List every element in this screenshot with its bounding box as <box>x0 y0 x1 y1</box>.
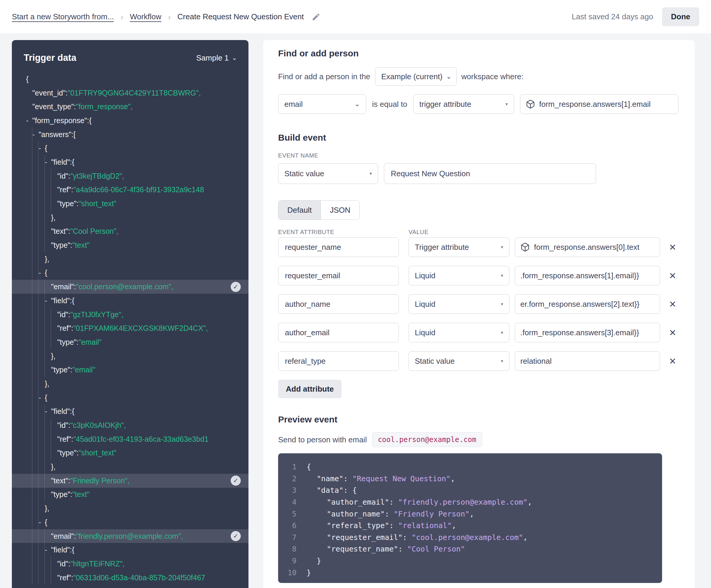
json-key: "type": <box>51 241 72 250</box>
trigger-json-line[interactable]: "email": "cool.person@example.com",✓ <box>12 280 249 294</box>
indent-guide <box>26 238 32 252</box>
json-punctuation: }, <box>45 379 49 388</box>
event-name-label: EVENT NAME <box>278 152 319 159</box>
tree-dash: - <box>45 546 51 554</box>
trigger-data-panel: Trigger data Sample 1 ⌄ {"event_id": "01… <box>12 40 249 588</box>
remove-attribute-button[interactable]: ✕ <box>667 326 679 339</box>
remove-attribute-button[interactable]: ✕ <box>667 355 679 368</box>
remove-attribute-button[interactable]: ✕ <box>667 298 679 311</box>
trigger-json-line[interactable]: "text": "Frinedly Person",✓ <box>12 474 249 488</box>
indent-guide <box>39 432 45 446</box>
attribute-value-type-select[interactable]: Trigger attribute▾ <box>409 237 510 257</box>
code-key: "name": <box>317 475 352 483</box>
indent-guide <box>26 252 32 266</box>
indent-spacer <box>51 197 57 211</box>
attribute-value-input[interactable]: relational <box>515 351 660 371</box>
json-key: "id": <box>57 421 70 429</box>
sample-selector[interactable]: Sample 1 ⌄ <box>196 54 237 63</box>
attribute-value-input[interactable]: .form_response.answers[1].email}} <box>515 266 660 286</box>
code-line: 7"requester_email": "cool.person@example… <box>278 532 662 544</box>
find-person-intro-suffix: workspace where: <box>461 72 524 81</box>
indent-spacer <box>45 529 51 543</box>
indent-guide <box>39 557 45 571</box>
json-value: "form_response", <box>76 102 132 111</box>
indent-guide <box>26 183 32 197</box>
build-event-heading: Build event <box>278 133 326 143</box>
json-key: "ref": <box>57 185 73 194</box>
code-key: "author_email": <box>327 498 398 506</box>
select-arrow-icon: ▾ <box>505 102 508 107</box>
attribute-value-type-select[interactable]: Liquid▾ <box>409 294 510 314</box>
indent-guide <box>39 155 45 169</box>
event-attribute-name-input[interactable]: referal_type <box>278 351 399 371</box>
attribute-value-type-select[interactable]: Static value▾ <box>409 351 510 371</box>
attribute-value-type-value: Liquid <box>415 271 435 280</box>
done-button[interactable]: Done <box>662 7 699 26</box>
trigger-json-line[interactable]: "email": "friendly.person@example.com",✓ <box>12 529 249 543</box>
json-value: "Cool Person", <box>70 227 118 235</box>
code-line-content: { <box>297 463 311 471</box>
attribute-value-input[interactable]: form_response.answers[0].text <box>515 237 660 257</box>
json-value: "short_text" <box>79 448 116 457</box>
breadcrumb-current-page: Create Request New Question Event <box>177 12 304 21</box>
indent-guide <box>26 571 32 585</box>
tab-default[interactable]: Default <box>278 201 321 219</box>
code-value: "Request New Question" <box>352 475 450 483</box>
event-name-type-select[interactable]: Static value ▾ <box>278 163 378 184</box>
event-attribute-name-input[interactable]: author_name <box>278 294 399 314</box>
attribute-value-type-select[interactable]: Liquid▾ <box>409 323 510 342</box>
json-value: "email" <box>79 338 102 346</box>
tree-dash: - <box>39 144 45 152</box>
code-punctuation: , <box>527 498 532 506</box>
code-line-number: 6 <box>278 521 297 530</box>
json-key: "type": <box>57 448 79 457</box>
trigger-json-line: }, <box>12 211 249 225</box>
find-person-intro-prefix: Find or add a person in the <box>278 72 370 81</box>
indent-guide <box>26 377 32 391</box>
select-arrow-icon: ▾ <box>501 245 503 250</box>
trigger-json-line: "type": "email" <box>12 363 249 377</box>
value-column-label: VALUE <box>409 229 428 235</box>
main-content: Trigger data Sample 1 ⌄ {"event_id": "01… <box>0 34 711 588</box>
indent-spacer <box>51 418 57 432</box>
trigger-json-line: -"form_response": { <box>12 113 249 128</box>
remove-attribute-button[interactable]: ✕ <box>667 241 679 254</box>
check-icon: ✓ <box>231 282 241 292</box>
person-attribute-select[interactable]: email ⌄ <box>278 94 366 114</box>
cube-icon <box>520 243 530 252</box>
indent-spacer <box>45 349 51 363</box>
attribute-value-input[interactable]: er.form_response.answers[2].text}} <box>515 294 660 314</box>
indent-guide <box>39 418 45 432</box>
edit-pencil-icon[interactable] <box>311 13 321 21</box>
event-name-input[interactable]: Request New Question <box>384 163 596 184</box>
chevron-down-icon: ⌄ <box>354 100 360 108</box>
indent-guide <box>26 197 32 211</box>
attribute-value-type-select[interactable]: Liquid▾ <box>409 266 510 286</box>
event-attribute-name-input[interactable]: author_email <box>278 323 399 342</box>
trigger-json-line: "ref": "06313d06-d53a-40ba-857b-204f50f4… <box>12 571 249 585</box>
breadcrumb-link-workflow[interactable]: Workflow <box>130 12 161 21</box>
match-value-input[interactable]: form_response.answers[1].email <box>520 94 678 114</box>
tab-json[interactable]: JSON <box>321 201 359 219</box>
event-attribute-name-input[interactable]: requester_name <box>278 237 399 257</box>
attribute-value-input[interactable]: .form_response.answers[3].email}} <box>515 323 660 342</box>
value-type-select[interactable]: trigger attribute ▾ <box>413 94 514 114</box>
indent-guide <box>32 557 39 571</box>
event-attribute-row: referal_typeStatic value▾relational✕ <box>278 351 679 371</box>
remove-attribute-button[interactable]: ✕ <box>667 269 679 282</box>
json-value: "c3pK0sAIOKjh", <box>70 421 126 429</box>
code-value: "cool.person@example.com" <box>412 533 523 542</box>
event-preview-code: 1{2"name": "Request New Question",3"data… <box>278 453 662 583</box>
breadcrumb-link-storyworth[interactable]: Start a new Storyworth from... <box>12 12 114 21</box>
indent-guide <box>39 363 45 377</box>
indent-guide <box>45 335 51 349</box>
indent-guide <box>32 529 39 543</box>
indent-guide <box>26 155 32 169</box>
indent-guide <box>32 141 39 155</box>
add-attribute-button[interactable]: Add attribute <box>278 380 342 398</box>
trigger-json-line: }, <box>12 460 249 474</box>
code-line-number: 7 <box>278 533 297 542</box>
code-line-content: "data": { <box>297 486 357 495</box>
workspace-select[interactable]: Example (current) ⌄ <box>375 67 457 86</box>
event-attribute-name-input[interactable]: requester_email <box>278 266 399 286</box>
